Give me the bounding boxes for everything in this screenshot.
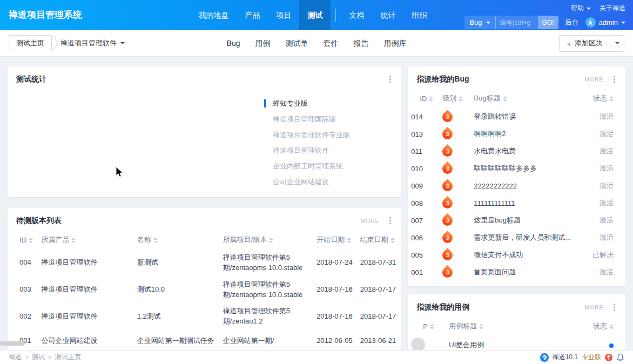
crumb-zentao[interactable]: 禅道 [9, 353, 22, 362]
more-link[interactable]: MORE [360, 218, 379, 224]
search-go-button[interactable]: GO! [538, 16, 558, 29]
sort-icon[interactable] [479, 324, 483, 329]
kebab-menu-icon[interactable] [612, 302, 617, 312]
test-home-tab[interactable]: 测试主页 [9, 35, 52, 51]
add-block-button[interactable]: + 添加区块 [559, 35, 610, 52]
edition-label[interactable]: 专业版 [582, 353, 601, 362]
sort-icon[interactable] [269, 238, 273, 243]
menu-report[interactable]: 报告 [346, 30, 376, 56]
severity-flame-icon: 3 [440, 231, 455, 245]
table-row[interactable]: 009 3 22222222222 激活 [408, 177, 625, 194]
cases-table: P 用例标题 状态 UI整合用例 [408, 316, 625, 350]
add-block-split-button: + 添加区块 [559, 35, 624, 52]
bell-icon[interactable] [616, 353, 624, 362]
horizontal-scrollbar-thumb[interactable] [0, 341, 25, 346]
status-badge: 激活 [584, 108, 625, 125]
sort-icon[interactable] [347, 238, 351, 243]
nav-product[interactable]: 产品 [237, 0, 268, 30]
sort-icon[interactable] [153, 238, 158, 243]
table-row[interactable]: 008 3 111111111111 激活 [408, 194, 625, 212]
sort-icon[interactable] [390, 238, 395, 243]
search-type-dropdown[interactable]: Bug [464, 16, 495, 29]
product-legend: 蝉知专业版 禅道项目管理国际版 禅道项目管理软件专业版 禅道项目管理软件 企业内… [264, 96, 394, 190]
upgrade-icon[interactable] [605, 354, 612, 361]
legend-item[interactable]: 公司企业网站建设 [264, 174, 394, 190]
kebab-menu-icon[interactable] [388, 215, 393, 226]
test-menu: Bug 用例 测试单 套件 报告 用例库 [219, 30, 414, 56]
user-menu[interactable]: A admin [585, 17, 625, 28]
plus-icon: + [567, 39, 571, 48]
table-row[interactable]: 006 3 需求更新后，研发人员和测试... 激活 [408, 229, 625, 246]
crumb-test[interactable]: 测试 [32, 353, 45, 362]
menu-bug[interactable]: Bug [219, 30, 248, 56]
table-row[interactable]: 004 禅道项目管理软件 新测试 禅道项目管理软件第5期/zentaopms 1… [8, 250, 401, 277]
add-block-dropdown[interactable] [610, 35, 624, 52]
versions-table: ID 所属产品 名称 所属项目/版本 开始日期 结束日期 004 禅道项目管理软… [8, 230, 401, 350]
sort-icon[interactable] [503, 96, 507, 102]
nav-project[interactable]: 项目 [268, 0, 299, 30]
severity-flame-icon: 3 [440, 179, 455, 193]
sort-icon[interactable] [459, 96, 463, 102]
menu-testtask[interactable]: 测试单 [278, 30, 315, 56]
panel-title: 指派给我的用例 [416, 302, 469, 312]
severity-flame-icon: 3 [440, 144, 455, 159]
sort-icon[interactable] [71, 238, 76, 243]
legend-item[interactable]: 蝉知专业版 [264, 96, 394, 111]
sort-icon[interactable] [29, 238, 33, 243]
nav-doc[interactable]: 文档 [341, 0, 372, 30]
sort-icon[interactable] [609, 324, 614, 329]
severity-flame-icon: 3 [440, 248, 455, 262]
legend-item[interactable]: 企业内部工时管理系统 [264, 158, 394, 174]
nav-test[interactable]: 测试 [299, 0, 331, 30]
about-link[interactable]: 关于禅道 [600, 4, 625, 13]
breadcrumb-arrow-icon [52, 35, 59, 51]
kebab-menu-icon[interactable] [612, 74, 617, 84]
quick-search: Bug GO! [464, 16, 558, 29]
table-row[interactable]: 014 3 登录跳转错误 激活 [408, 108, 625, 125]
more-link[interactable]: MORE [584, 76, 603, 83]
menu-caselib[interactable]: 用例库 [376, 30, 414, 56]
sort-icon[interactable] [609, 96, 614, 102]
legend-item[interactable]: 禅道项目管理软件 [264, 143, 394, 158]
panel-title: 待测版本列表 [16, 216, 62, 226]
table-row[interactable]: 001 公司企业网站建设 企业网站第一期测试任务 企业网站第一期/ 2012-0… [8, 330, 401, 350]
app-title: 禅道项目管理系统 [0, 0, 82, 30]
product-switcher[interactable]: 禅道项目管理软件 [60, 38, 125, 48]
table-row[interactable]: 003 禅道项目管理软件 测试10.0 禅道项目管理软件第5期/zentaopm… [8, 277, 401, 304]
nav-my-dashboard[interactable]: 我的地盘 [190, 0, 237, 30]
table-row[interactable]: 007 3 这里是bug标题 激活 [408, 212, 625, 229]
help-menu[interactable]: 帮助 [571, 4, 591, 13]
severity-flame-icon: 3 [440, 127, 455, 141]
status-dot-icon [609, 343, 614, 348]
more-link[interactable]: MORE [584, 304, 603, 311]
main-nav: 我的地盘 产品 项目 测试 文档 统计 组织 [190, 0, 435, 30]
severity-flame-icon: 3 [440, 265, 455, 280]
nav-org[interactable]: 组织 [403, 0, 435, 30]
table-row[interactable]: 013 3 啊啊啊啊2 激活 [408, 125, 625, 143]
sort-icon[interactable] [430, 324, 434, 329]
kebab-menu-icon[interactable] [388, 74, 393, 84]
search-input[interactable] [496, 16, 538, 29]
avatar: A [585, 17, 596, 28]
status-badge: 激活 [584, 177, 625, 194]
nav-stats[interactable]: 统计 [372, 0, 403, 30]
table-row[interactable]: 002 禅道项目管理软件 1.2测试 禅道项目管理软件第5期/zentao1.2… [8, 303, 401, 330]
table-row[interactable]: 011 3 水电费水电费 激活 [408, 143, 625, 160]
status-badge: 激活 [584, 143, 625, 160]
table-row[interactable]: UI整合用例 [408, 336, 625, 350]
menu-suite[interactable]: 套件 [315, 30, 346, 56]
admin-console-link[interactable]: 后台 [565, 18, 579, 28]
nav-divider [335, 9, 336, 22]
active-bar [264, 99, 266, 107]
table-row[interactable]: 010 3 哒哒哒哒哒哒多多多 激活 [408, 160, 625, 177]
legend-item[interactable]: 禅道项目管理国际版 [264, 111, 394, 127]
app-version[interactable]: 禅道10.1 [553, 353, 578, 362]
legend-item[interactable]: 禅道项目管理软件专业版 [264, 127, 394, 143]
sort-icon[interactable] [429, 96, 433, 102]
table-row[interactable]: 001 3 首页页面问题 激活 [408, 264, 625, 281]
app-header: 禅道项目管理系统 我的地盘 产品 项目 测试 文档 统计 组织 帮助 关于禅道 … [0, 0, 633, 30]
status-badge: 激活 [584, 125, 625, 143]
menu-case[interactable]: 用例 [247, 30, 278, 56]
footer-breadcrumb: 禅道 > 测试 > 测试主页 [9, 353, 81, 362]
table-row[interactable]: 005 3 微信支付不成功 已解决 [408, 246, 625, 264]
